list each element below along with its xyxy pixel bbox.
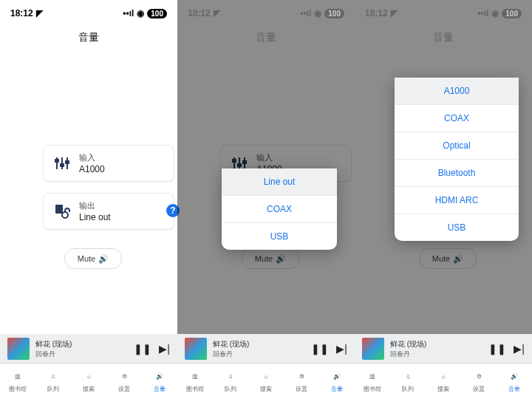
next-icon[interactable]: ▶| (336, 343, 347, 355)
svg-point-7 (62, 212, 68, 218)
track-artist: 回春丹 (35, 349, 134, 359)
tab-bar: ▥图书馆 ♫队列 ⌕搜索 ⚙设置 🔊音量 (177, 363, 355, 399)
input-options-popup: A1000 COAX Optical Bluetooth HDMI ARC US… (395, 78, 519, 241)
phone-screen-2: 18:12◤••ıl◉100 音量 输入A1000 Mute🔊 Line out… (177, 0, 355, 399)
svg-rect-5 (66, 161, 69, 163)
tab-queue[interactable]: ♫队列 (213, 364, 248, 399)
pause-icon[interactable]: ❚❚ (134, 343, 151, 355)
track-title: 鲜花 (现场) (35, 339, 134, 349)
tab-settings[interactable]: ⚙设置 (106, 364, 142, 399)
input-label: 输入 (79, 152, 105, 163)
gear-icon: ⚙ (117, 370, 131, 383)
library-icon: ▥ (11, 370, 24, 383)
output-value: Line out (79, 212, 111, 222)
output-icon (51, 200, 73, 222)
next-icon[interactable]: ▶| (159, 343, 170, 355)
search-icon: ⌕ (82, 370, 95, 383)
option-hdmiarc[interactable]: HDMI ARC (395, 187, 519, 214)
input-card[interactable]: 输入A1000 (43, 145, 174, 182)
page-title: 音量 (177, 27, 355, 49)
tab-library[interactable]: ▥图书馆 (0, 364, 35, 399)
now-playing-bar[interactable]: 鲜花 (现场)回春丹 ❚❚▶| (0, 334, 177, 364)
tab-settings[interactable]: ⚙设置 (284, 364, 319, 399)
svg-rect-3 (55, 160, 58, 162)
tab-search[interactable]: ⌕搜索 (248, 364, 284, 399)
option-usb[interactable]: USB (222, 223, 337, 250)
tab-search[interactable]: ⌕搜索 (426, 364, 461, 399)
tab-queue[interactable]: ♫队列 (390, 364, 426, 399)
option-optical[interactable]: Optical (395, 132, 519, 160)
volume-icon: 🔊 (153, 370, 166, 383)
queue-icon: ♫ (47, 370, 60, 383)
option-coax[interactable]: COAX (395, 105, 519, 132)
option-usb[interactable]: USB (395, 214, 519, 241)
phone-screen-1: 18:12◤ ••ıl◉100 音量 输入A1000 输出Line out ? … (0, 0, 177, 399)
page-title: 音量 (355, 27, 532, 49)
tab-settings[interactable]: ⚙设置 (461, 364, 497, 399)
option-coax[interactable]: COAX (222, 196, 337, 223)
tab-volume[interactable]: 🔊音量 (319, 364, 355, 399)
now-playing-bar[interactable]: 鲜花 (现场)回春丹❚❚▶| (177, 334, 355, 364)
battery-icon: 100 (147, 9, 167, 18)
speaker-icon: 🔊 (98, 254, 109, 264)
option-bluetooth[interactable]: Bluetooth (395, 160, 519, 187)
tab-volume[interactable]: 🔊音量 (142, 364, 177, 399)
now-playing-bar[interactable]: 鲜花 (现场)回春丹❚❚▶| (355, 334, 532, 364)
pause-icon[interactable]: ❚❚ (311, 343, 329, 355)
tab-bar: ▥图书馆 ♫队列 ⌕搜索 ⚙设置 🔊音量 (0, 363, 177, 399)
sliders-icon (51, 152, 73, 174)
output-label: 输出 (79, 200, 111, 211)
mute-button[interactable]: Mute🔊 (64, 248, 122, 269)
output-options-popup: Line out COAX USB (222, 168, 337, 250)
next-icon[interactable]: ▶| (514, 343, 525, 355)
status-bar: 18:12◤••ıl◉100 (177, 0, 355, 27)
status-time: 18:12 (10, 8, 33, 18)
tab-library[interactable]: ▥图书馆 (177, 364, 213, 399)
wifi-icon: ◉ (137, 8, 144, 18)
signal-icon: ••ıl (123, 8, 134, 18)
status-bar: 18:12◤ ••ıl◉100 (0, 0, 177, 27)
location-icon: ◤ (36, 8, 43, 18)
tab-library[interactable]: ▥图书馆 (355, 364, 390, 399)
input-value: A1000 (79, 164, 105, 174)
watermark: 新浪众测 (514, 380, 529, 396)
pause-icon[interactable]: ❚❚ (488, 343, 506, 355)
svg-rect-6 (55, 205, 63, 214)
phone-screen-3: 18:12◤••ıl◉100 音量 Mute🔊 A1000 COAX Optic… (355, 0, 532, 399)
page-title: 音量 (0, 27, 177, 49)
tab-bar: ▥图书馆 ♫队列 ⌕搜索 ⚙设置 🔊音量 (355, 363, 532, 399)
tab-search[interactable]: ⌕搜索 (71, 364, 106, 399)
status-bar: 18:12◤••ıl◉100 (355, 0, 532, 27)
option-a1000[interactable]: A1000 (395, 78, 519, 105)
tab-queue[interactable]: ♫队列 (35, 364, 71, 399)
album-art (7, 338, 30, 360)
svg-rect-4 (61, 164, 64, 166)
option-lineout[interactable]: Line out (222, 168, 337, 196)
output-card[interactable]: 输出Line out ? (43, 193, 174, 230)
